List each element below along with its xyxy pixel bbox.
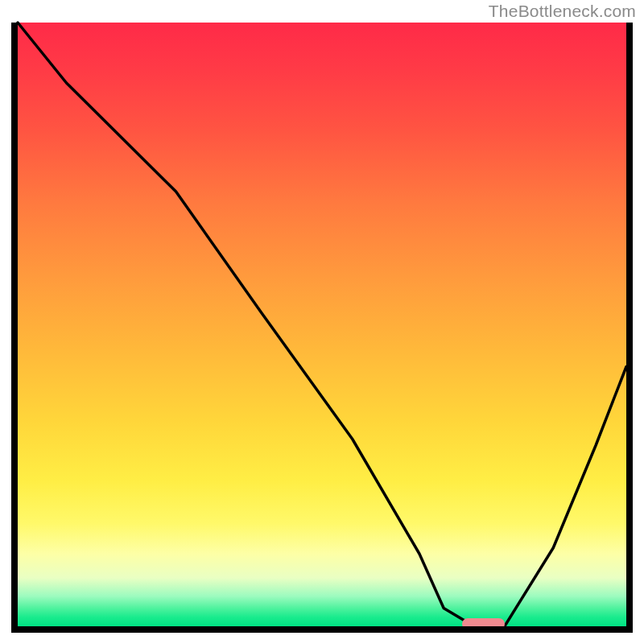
attribution-text: TheBottleneck.com (489, 2, 636, 21)
optimal-range-marker (462, 618, 505, 630)
bottleneck-curve (18, 23, 626, 626)
